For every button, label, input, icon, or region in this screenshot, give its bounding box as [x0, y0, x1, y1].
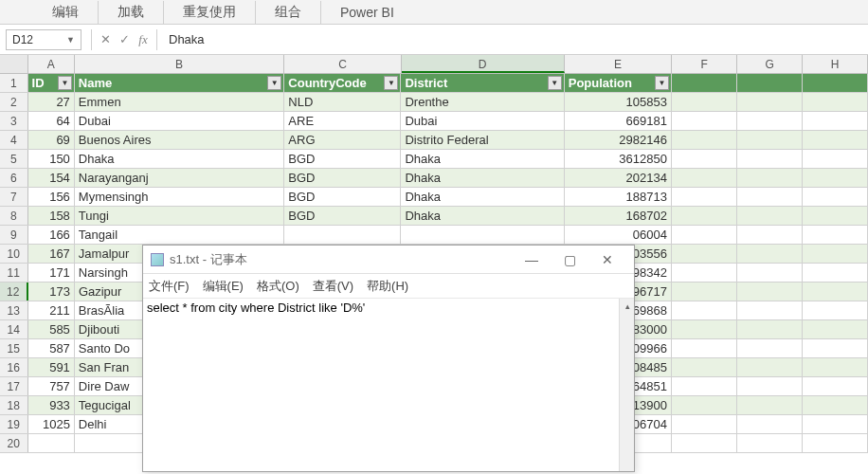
- cell[interactable]: [672, 112, 737, 130]
- cell[interactable]: [737, 188, 803, 206]
- col-H[interactable]: H: [803, 55, 868, 73]
- cell[interactable]: [803, 415, 868, 433]
- cell[interactable]: 591: [28, 358, 75, 376]
- cell[interactable]: [803, 434, 868, 452]
- row-header[interactable]: 8: [0, 207, 28, 225]
- cell[interactable]: [672, 415, 737, 433]
- cell[interactable]: [803, 188, 868, 206]
- cell[interactable]: [737, 131, 803, 149]
- cell[interactable]: 150: [28, 150, 75, 168]
- row-header[interactable]: 12: [0, 283, 28, 301]
- filter-dropdown-icon[interactable]: ▼: [548, 76, 562, 90]
- col-D[interactable]: D: [402, 55, 565, 73]
- filter-dropdown-icon[interactable]: ▼: [655, 76, 669, 90]
- cell[interactable]: [803, 377, 868, 395]
- cell[interactable]: [737, 320, 803, 338]
- cell[interactable]: Dhaka: [401, 207, 564, 225]
- menu-format[interactable]: 格式(O): [257, 278, 299, 295]
- cancel-icon[interactable]: ✕: [96, 32, 115, 46]
- cell[interactable]: [672, 434, 737, 452]
- cell[interactable]: Narayanganj: [75, 169, 284, 187]
- cell[interactable]: [672, 396, 737, 414]
- select-all-corner[interactable]: [0, 55, 28, 73]
- row-header[interactable]: 4: [0, 131, 28, 149]
- row-header[interactable]: 14: [0, 320, 28, 338]
- cell[interactable]: [737, 93, 803, 111]
- cell[interactable]: [737, 226, 803, 244]
- menu-edit[interactable]: 编辑(E): [203, 278, 244, 295]
- cell[interactable]: 202134: [565, 169, 672, 187]
- cell[interactable]: [28, 434, 75, 452]
- cell[interactable]: [737, 358, 803, 376]
- col-B[interactable]: B: [75, 55, 285, 73]
- cell[interactable]: Emmen: [75, 93, 284, 111]
- cell[interactable]: 1025: [28, 415, 75, 433]
- formula-input[interactable]: Dhaka: [161, 32, 868, 46]
- ribbon-powerbi[interactable]: Power BI: [321, 2, 413, 23]
- cell[interactable]: 167: [28, 245, 75, 263]
- cell[interactable]: 587: [28, 339, 75, 357]
- cell[interactable]: [803, 131, 868, 149]
- cell[interactable]: 211: [28, 301, 75, 319]
- row-header[interactable]: 1: [0, 74, 28, 92]
- col-G[interactable]: G: [737, 55, 803, 73]
- cell[interactable]: [803, 93, 868, 111]
- name-box-dropdown-icon[interactable]: ▼: [66, 35, 75, 45]
- menu-file[interactable]: 文件(F): [149, 278, 190, 295]
- cell[interactable]: [803, 320, 868, 338]
- cell[interactable]: Dhaka: [401, 169, 564, 187]
- cell[interactable]: [284, 226, 401, 244]
- cell[interactable]: [672, 283, 737, 301]
- cell[interactable]: [672, 74, 737, 92]
- row-header[interactable]: 16: [0, 358, 28, 376]
- cell[interactable]: ARE: [284, 112, 401, 130]
- cell[interactable]: 64: [28, 112, 75, 130]
- cell[interactable]: 933: [28, 396, 75, 414]
- cell[interactable]: [672, 169, 737, 187]
- cell[interactable]: [803, 264, 868, 282]
- cell[interactable]: [737, 245, 803, 263]
- cell[interactable]: [672, 131, 737, 149]
- cell[interactable]: [737, 301, 803, 319]
- col-A[interactable]: A: [28, 55, 75, 73]
- row-header[interactable]: 7: [0, 188, 28, 206]
- maximize-button[interactable]: ▢: [551, 252, 588, 267]
- menu-view[interactable]: 查看(V): [313, 278, 353, 295]
- cell[interactable]: [672, 358, 737, 376]
- row-header[interactable]: 18: [0, 396, 28, 414]
- row-header[interactable]: 15: [0, 339, 28, 357]
- ribbon-combine[interactable]: 组合: [256, 1, 321, 24]
- cell[interactable]: Dubai: [401, 112, 564, 130]
- ribbon-load[interactable]: 加载: [99, 1, 164, 24]
- row-header[interactable]: 9: [0, 226, 28, 244]
- scroll-up-icon[interactable]: ▴: [620, 299, 635, 314]
- table-header-district[interactable]: District▼: [401, 74, 564, 92]
- filter-dropdown-icon[interactable]: ▼: [58, 76, 72, 90]
- cell[interactable]: ARG: [284, 131, 401, 149]
- row-header[interactable]: 17: [0, 377, 28, 395]
- col-F[interactable]: F: [672, 55, 737, 73]
- table-header-countrycode[interactable]: CountryCode▼: [284, 74, 401, 92]
- notepad-titlebar[interactable]: s1.txt - 记事本 — ▢ ✕: [143, 246, 634, 274]
- cell[interactable]: Distrito Federal: [401, 131, 564, 149]
- cell[interactable]: [737, 415, 803, 433]
- cell[interactable]: [803, 301, 868, 319]
- table-header-name[interactable]: Name▼: [75, 74, 284, 92]
- row-header[interactable]: 5: [0, 150, 28, 168]
- table-header-population[interactable]: Population▼: [565, 74, 672, 92]
- table-header-id[interactable]: ID▼: [28, 74, 75, 92]
- cell[interactable]: [737, 74, 803, 92]
- close-button[interactable]: ✕: [588, 252, 626, 267]
- filter-dropdown-icon[interactable]: ▼: [267, 76, 281, 90]
- cell[interactable]: [737, 169, 803, 187]
- cell[interactable]: Dhaka: [401, 150, 564, 168]
- cell[interactable]: [672, 188, 737, 206]
- cell[interactable]: [737, 283, 803, 301]
- cell[interactable]: Tungi: [75, 207, 284, 225]
- cell[interactable]: [803, 74, 868, 92]
- cell[interactable]: [672, 150, 737, 168]
- cell[interactable]: [737, 207, 803, 225]
- cell[interactable]: [803, 150, 868, 168]
- ribbon-reuse[interactable]: 重复使用: [164, 1, 256, 24]
- name-box[interactable]: D12 ▼: [6, 29, 81, 50]
